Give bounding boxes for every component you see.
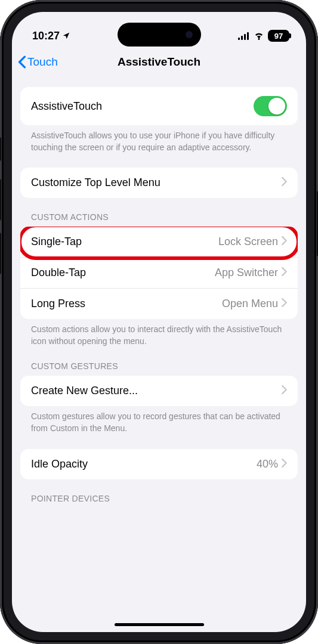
camera-dot (186, 31, 193, 38)
status-left: 10:27 (32, 30, 70, 42)
status-time: 10:27 (32, 30, 60, 42)
row-single-tap[interactable]: Single-Tap Lock Screen (20, 227, 298, 257)
svg-rect-3 (247, 32, 249, 40)
battery-level: 97 (274, 32, 283, 41)
row-long-press[interactable]: Long Press Open Menu (20, 288, 298, 319)
idle-opacity-label: Idle Opacity (31, 458, 257, 470)
chevron-left-icon (18, 55, 26, 69)
group-customize-menu: Customize Top Level Menu (20, 168, 298, 198)
chevron-right-icon (282, 458, 287, 470)
device-frame: 10:27 (0, 0, 318, 644)
custom-actions-header: CUSTOM ACTIONS (20, 212, 298, 227)
row-assistivetouch-toggle[interactable]: AssistiveTouch (20, 87, 298, 125)
row-idle-opacity[interactable]: Idle Opacity 40% (20, 449, 298, 479)
svg-rect-0 (238, 38, 240, 40)
group-pointer-devices: POINTER DEVICES (20, 494, 298, 508)
group-custom-gestures: CUSTOM GESTURES Create New Gesture... Cu… (20, 361, 298, 434)
double-tap-label: Double-Tap (31, 267, 215, 279)
row-create-new-gesture[interactable]: Create New Gesture... (20, 376, 298, 406)
card-custom-gestures: Create New Gesture... (20, 376, 298, 406)
chevron-right-icon (282, 177, 287, 189)
group-idle-opacity: Idle Opacity 40% (20, 449, 298, 479)
double-tap-value: App Switcher (215, 267, 278, 279)
custom-actions-footer: Custom actions allow you to interact dir… (20, 319, 298, 347)
battery-indicator: 97 (268, 30, 289, 42)
chevron-right-icon (282, 267, 287, 279)
card-idle-opacity: Idle Opacity 40% (20, 449, 298, 479)
long-press-label: Long Press (31, 298, 222, 310)
row-customize-top-level-menu[interactable]: Customize Top Level Menu (20, 168, 298, 198)
custom-gestures-footer: Custom gestures allow you to record gest… (20, 406, 298, 434)
assistivetouch-footer: AssistiveTouch allows you to use your iP… (20, 125, 298, 153)
chevron-right-icon (282, 236, 287, 248)
idle-opacity-value: 40% (257, 458, 278, 470)
nav-bar: Touch AssistiveTouch (12, 48, 306, 76)
customize-menu-label: Customize Top Level Menu (31, 177, 282, 189)
screen: 10:27 (12, 12, 306, 632)
pointer-devices-header: POINTER DEVICES (20, 494, 298, 508)
svg-rect-1 (241, 36, 243, 40)
assistivetouch-switch[interactable] (254, 96, 287, 116)
create-gesture-label: Create New Gesture... (31, 385, 282, 397)
volume-up-button (0, 179, 1, 221)
side-button (0, 137, 1, 161)
single-tap-label: Single-Tap (31, 236, 218, 248)
chevron-right-icon (282, 298, 287, 310)
volume-down-button (0, 233, 1, 274)
single-tap-value: Lock Screen (218, 236, 278, 248)
dynamic-island (118, 23, 201, 47)
back-button[interactable]: Touch (18, 55, 58, 69)
chevron-right-icon (282, 385, 287, 397)
content: AssistiveTouch AssistiveTouch allows you… (12, 76, 306, 632)
card-customize-menu: Customize Top Level Menu (20, 168, 298, 198)
back-label: Touch (27, 55, 58, 69)
long-press-value: Open Menu (222, 298, 278, 310)
home-indicator[interactable] (115, 623, 204, 626)
cellular-icon (238, 32, 250, 40)
page-title: AssistiveTouch (118, 55, 200, 69)
wifi-icon (254, 32, 264, 40)
svg-rect-2 (244, 34, 246, 40)
status-right: 97 (238, 30, 289, 42)
custom-gestures-header: CUSTOM GESTURES (20, 361, 298, 376)
assistivetouch-label: AssistiveTouch (31, 100, 254, 113)
card-main-toggle: AssistiveTouch (20, 87, 298, 125)
row-double-tap[interactable]: Double-Tap App Switcher (20, 257, 298, 288)
location-icon (62, 32, 70, 40)
group-main-toggle: AssistiveTouch AssistiveTouch allows you… (20, 87, 298, 153)
group-custom-actions: CUSTOM ACTIONS Single-Tap Lock Screen Do… (20, 212, 298, 347)
card-custom-actions: Single-Tap Lock Screen Double-Tap App Sw… (20, 227, 298, 319)
